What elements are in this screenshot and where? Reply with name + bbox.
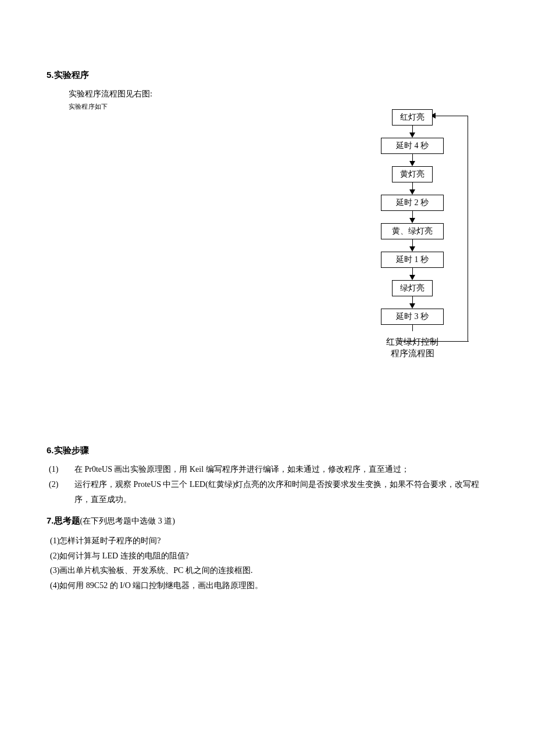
list-item: (4)如何用 89C52 的 I/O 端口控制继电器，画出电路原理图。 bbox=[47, 578, 488, 593]
list-item: (3)画出单片机实验板、开发系统、PC 机之间的连接框图. bbox=[47, 563, 488, 578]
caption-line1: 红黄绿灯控制 bbox=[386, 337, 438, 346]
section7-subtitle: (在下列思考题中选做 3 道) bbox=[80, 517, 175, 525]
arrow-down-icon bbox=[409, 161, 415, 166]
arrow-down-icon bbox=[409, 189, 415, 195]
section7-heading: 7.思考题 bbox=[47, 515, 80, 525]
section6-heading: 6.实验步骤 bbox=[47, 445, 488, 456]
flow-node-red-on: 红灯亮 bbox=[392, 109, 433, 126]
flow-node-green-on: 绿灯亮 bbox=[392, 280, 433, 296]
flow-conn bbox=[409, 154, 415, 166]
flow-conn bbox=[409, 182, 415, 195]
arrow-down-icon bbox=[409, 218, 415, 223]
section7-list: (1)怎样计算延时子程序的时间? (2)如何计算与 LED 连接的电阻的阻值? … bbox=[47, 533, 488, 594]
arrow-down-icon bbox=[409, 246, 415, 252]
section7: 7.思考题(在下列思考题中选做 3 道) (1)怎样计算延时子程序的时间? (2… bbox=[47, 515, 488, 594]
flow-node-delay4: 延时 4 秒 bbox=[381, 138, 444, 154]
arrow-down-icon bbox=[409, 303, 415, 309]
section7-heading-row: 7.思考题(在下列思考题中选做 3 道) bbox=[47, 515, 488, 526]
flow-node-yellow-green-on: 黄、绿灯亮 bbox=[381, 223, 444, 239]
flow-conn bbox=[412, 325, 413, 331]
list-item: (2)如何计算与 LED 连接的电阻的阻值? bbox=[47, 549, 488, 564]
flow-node-delay1: 延时 1 秒 bbox=[381, 252, 444, 268]
item-text: 运行程序，观察 ProteUS 中三个 LED(红黄绿)灯点亮的次序和时间是否按… bbox=[74, 477, 488, 507]
flow-conn bbox=[409, 268, 415, 280]
flow-node-delay2: 延时 2 秒 bbox=[381, 195, 444, 211]
list-item: (1) 在 Pr0teUS 画出实验原理图，用 Keil 编写程序并进行编译，如… bbox=[47, 462, 488, 477]
section6-list: (1) 在 Pr0teUS 画出实验原理图，用 Keil 编写程序并进行编译，如… bbox=[47, 462, 488, 507]
section6: 6.实验步骤 (1) 在 Pr0teUS 画出实验原理图，用 Keil 编写程序… bbox=[47, 445, 488, 507]
flowchart: 红灯亮 延时 4 秒 黄灯亮 延时 2 秒 黄、绿灯亮 延时 1 秒 绿灯亮 延… bbox=[345, 109, 479, 331]
item-number: (1) bbox=[47, 462, 74, 477]
item-number: (2) bbox=[47, 477, 74, 492]
flow-node-yellow-on: 黄灯亮 bbox=[392, 166, 433, 182]
section5-intro: 实验程序流程图见右图: bbox=[47, 87, 488, 101]
section5-heading: 5.实验程序 bbox=[47, 70, 488, 81]
flowchart-container: 红灯亮 延时 4 秒 黄灯亮 延时 2 秒 黄、绿灯亮 延时 1 秒 绿灯亮 延… bbox=[345, 109, 479, 360]
flowchart-caption: 红黄绿灯控制 程序流程图 bbox=[345, 336, 479, 360]
flow-conn bbox=[409, 296, 415, 309]
arrow-down-icon bbox=[409, 275, 415, 280]
list-item: (2) 运行程序，观察 ProteUS 中三个 LED(红黄绿)灯点亮的次序和时… bbox=[47, 477, 488, 507]
item-text: 在 Pr0teUS 画出实验原理图，用 Keil 编写程序并进行编译，如未通过，… bbox=[74, 462, 488, 477]
caption-line2: 程序流程图 bbox=[391, 349, 434, 358]
flow-conn bbox=[409, 126, 415, 138]
list-item: (1)怎样计算延时子程序的时间? bbox=[47, 533, 488, 549]
flow-conn bbox=[409, 239, 415, 252]
flow-node-delay3: 延时 3 秒 bbox=[381, 309, 444, 325]
flow-conn bbox=[409, 211, 415, 223]
arrow-down-icon bbox=[409, 132, 415, 138]
